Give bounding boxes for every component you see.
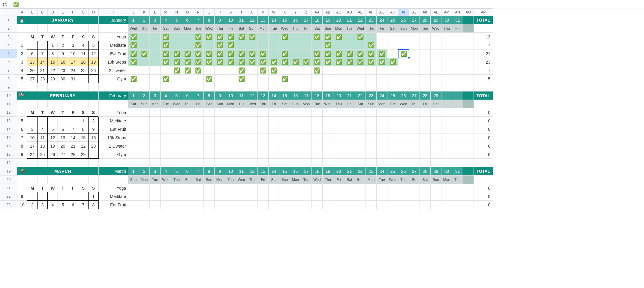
blank[interactable] — [463, 50, 474, 58]
blank[interactable] — [68, 100, 78, 108]
track-cell[interactable] — [182, 192, 193, 201]
dow-28[interactable]: Sat — [420, 176, 431, 184]
track-cell[interactable]: ✅ — [193, 66, 204, 75]
cal-dow-hdr[interactable]: T — [38, 108, 48, 117]
dow-31[interactable]: Tue — [452, 176, 463, 184]
track-cell[interactable] — [247, 201, 258, 209]
blank[interactable] — [366, 159, 377, 167]
week-num[interactable]: 4 — [17, 66, 27, 75]
blank[interactable] — [48, 100, 58, 108]
blank[interactable] — [333, 159, 344, 167]
track-cell[interactable] — [387, 41, 398, 50]
habit-label-0[interactable]: Yoga — [99, 184, 128, 192]
day-num-16[interactable]: 16 — [290, 92, 301, 100]
blank[interactable] — [387, 83, 398, 92]
day-num-12[interactable]: 12 — [247, 16, 258, 24]
blank[interactable] — [68, 176, 78, 184]
total-header[interactable]: TOTAL — [474, 167, 493, 176]
row-header-5[interactable]: 5 — [0, 50, 17, 58]
track-cell[interactable] — [236, 117, 247, 125]
blank[interactable] — [333, 83, 344, 92]
row-header-3[interactable]: 3 — [0, 33, 17, 41]
track-cell[interactable] — [312, 41, 323, 50]
track-cell[interactable]: ✅ — [398, 50, 409, 58]
track-cell[interactable] — [333, 134, 344, 142]
cal-day[interactable]: 21 — [68, 142, 78, 150]
blank[interactable] — [17, 83, 27, 92]
track-cell[interactable] — [150, 142, 161, 150]
blank[interactable] — [58, 24, 68, 33]
blank[interactable] — [78, 159, 89, 167]
track-cell[interactable] — [193, 150, 204, 159]
track-cell[interactable] — [355, 41, 366, 50]
track-cell[interactable] — [171, 117, 182, 125]
track-cell[interactable] — [344, 41, 355, 50]
track-cell[interactable] — [387, 108, 398, 117]
day-num-21[interactable]: 21 — [344, 167, 355, 176]
blank[interactable] — [344, 159, 355, 167]
cal-dow-hdr[interactable]: S — [89, 108, 99, 117]
blank[interactable] — [48, 159, 58, 167]
track-cell[interactable] — [420, 108, 431, 117]
track-cell[interactable] — [161, 201, 171, 209]
dow-21[interactable]: Tue — [344, 24, 355, 33]
track-cell[interactable] — [301, 108, 312, 117]
blank[interactable] — [279, 83, 290, 92]
track-cell[interactable] — [258, 142, 269, 150]
track-cell[interactable] — [215, 75, 225, 83]
track-cell[interactable] — [355, 125, 366, 134]
track-cell[interactable] — [139, 150, 150, 159]
blank[interactable] — [463, 125, 474, 134]
cal-day[interactable]: 6 — [27, 50, 38, 58]
blank[interactable] — [17, 176, 27, 184]
blank[interactable] — [279, 159, 290, 167]
dow-20[interactable]: Thu — [333, 100, 344, 108]
cal-day[interactable] — [68, 192, 78, 201]
day-num-15[interactable]: 15 — [279, 16, 290, 24]
dow-24[interactable]: Tue — [377, 176, 387, 184]
track-cell[interactable] — [377, 150, 387, 159]
track-cell[interactable] — [452, 75, 463, 83]
track-cell[interactable] — [150, 201, 161, 209]
track-cell[interactable]: ✅ — [171, 58, 182, 66]
track-cell[interactable] — [398, 108, 409, 117]
track-cell[interactable] — [333, 117, 344, 125]
track-cell[interactable] — [301, 50, 312, 58]
day-num-13[interactable]: 13 — [258, 92, 269, 100]
track-cell[interactable] — [420, 184, 431, 192]
track-cell[interactable] — [409, 142, 420, 150]
dow-30[interactable]: Thu — [441, 24, 452, 33]
habit-total[interactable]: 0 — [474, 125, 493, 134]
habit-total[interactable]: 5 — [474, 75, 493, 83]
blank[interactable] — [474, 83, 493, 92]
cal-day[interactable]: 3 — [27, 125, 38, 134]
dow-15[interactable]: Wed — [279, 24, 290, 33]
month-name[interactable]: FEBRUARY — [27, 92, 99, 100]
track-cell[interactable] — [150, 41, 161, 50]
row-header-12[interactable]: 12 — [0, 108, 17, 117]
track-cell[interactable] — [398, 117, 409, 125]
cal-day[interactable] — [27, 117, 38, 125]
cal-day[interactable] — [38, 41, 48, 50]
track-cell[interactable] — [182, 125, 193, 134]
track-cell[interactable] — [247, 134, 258, 142]
track-cell[interactable] — [258, 117, 269, 125]
day-num-8[interactable]: 8 — [204, 167, 215, 176]
track-cell[interactable] — [312, 108, 323, 117]
day-num-25[interactable]: 25 — [387, 167, 398, 176]
blank[interactable] — [398, 159, 409, 167]
dow-26[interactable]: Sun — [398, 24, 409, 33]
track-cell[interactable] — [279, 201, 290, 209]
cal-dow-hdr[interactable]: T — [58, 33, 68, 41]
blank[interactable] — [17, 33, 27, 41]
track-cell[interactable] — [409, 117, 420, 125]
cal-day[interactable]: 2 — [27, 201, 38, 209]
habit-label-1[interactable]: Meditate — [99, 41, 128, 50]
track-cell[interactable] — [269, 33, 279, 41]
cal-day[interactable] — [48, 192, 58, 201]
track-cell[interactable] — [279, 192, 290, 201]
cal-day[interactable]: 22 — [48, 66, 58, 75]
gap[interactable] — [463, 24, 474, 33]
track-cell[interactable] — [128, 201, 139, 209]
blank[interactable] — [38, 176, 48, 184]
